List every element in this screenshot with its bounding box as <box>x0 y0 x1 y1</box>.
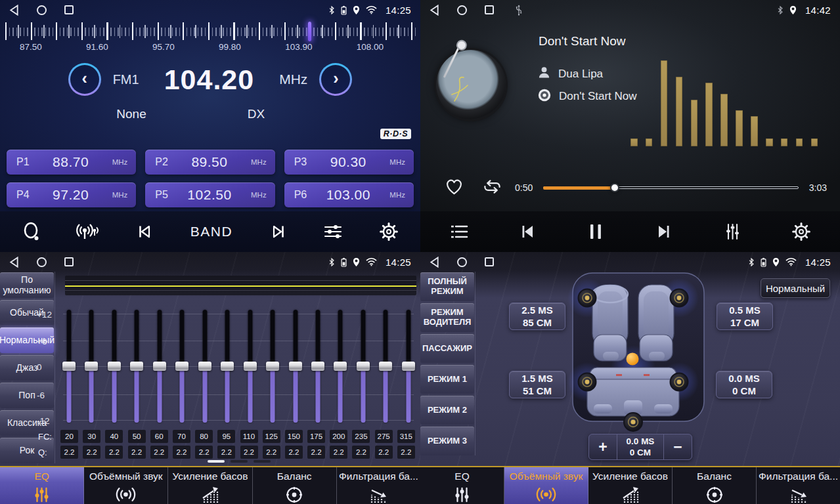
album-art[interactable] <box>436 50 506 119</box>
slider-handle[interactable] <box>198 362 211 371</box>
surround-mode-button[interactable]: РЕЖИМ 3 <box>420 427 474 455</box>
q-values: 2.22.22.22.22.22.22.22.22.22.22.22.22.22… <box>60 446 415 459</box>
surround-mode-button[interactable]: РЕЖИМ 1 <box>420 365 474 394</box>
eq-band-slider[interactable] <box>130 310 143 423</box>
tab-surround-sound[interactable]: Объёмный звук <box>504 467 588 504</box>
playlist-icon[interactable] <box>449 223 469 240</box>
eq-band-slider[interactable] <box>402 310 415 423</box>
player-toolbar <box>420 211 840 252</box>
slider-handle[interactable] <box>402 362 415 371</box>
home-icon[interactable] <box>37 257 47 267</box>
slider-handle[interactable] <box>221 362 234 371</box>
seek-up-button[interactable]: › <box>319 63 352 96</box>
recents-icon[interactable] <box>64 257 74 266</box>
eq-band-slider[interactable] <box>357 310 370 423</box>
frequency-scale[interactable]: 87.5091.6095.7099.80103.90108.00 <box>0 20 420 54</box>
recents-icon[interactable] <box>485 5 494 14</box>
eq-band-slider[interactable] <box>153 310 166 423</box>
previous-station-button[interactable] <box>135 222 155 242</box>
slider-handle[interactable] <box>175 362 188 371</box>
tab-balance[interactable]: Баланс <box>253 467 337 504</box>
delay-front-left-button[interactable]: 2.5 MS 85 CM <box>509 303 565 330</box>
page-dash-active[interactable] <box>208 460 225 463</box>
repeat-icon[interactable] <box>481 177 503 199</box>
back-icon[interactable] <box>430 257 439 268</box>
scan-button[interactable] <box>22 222 41 242</box>
delay-rear-right-button[interactable]: 0.0 MS 0 CM <box>716 371 772 398</box>
seek-down-button[interactable]: ‹ <box>68 63 101 96</box>
favorite-heart-icon[interactable] <box>444 177 464 199</box>
radio-preset-button[interactable]: P5102.50MHz <box>145 182 275 207</box>
surround-mode-button[interactable]: РЕЖИМ ВОДИТЕЛЯ <box>420 303 474 332</box>
increase-delay-button[interactable]: + <box>589 434 617 459</box>
delay-front-right-button[interactable]: 0.5 MS 17 CM <box>717 303 773 330</box>
decrease-delay-button[interactable]: − <box>664 434 692 459</box>
page-dash[interactable] <box>231 460 248 463</box>
slider-handle[interactable] <box>311 362 324 371</box>
radio-preset-button[interactable]: P390.30MHz <box>284 150 414 175</box>
slider-handle[interactable] <box>85 362 98 371</box>
eq-band-slider[interactable] <box>108 310 121 423</box>
surround-mode-button[interactable]: ПАССАЖИР <box>420 334 474 363</box>
surround-mode-button[interactable]: ПОЛНЫЙ РЕЖИМ <box>420 272 474 301</box>
radio-preset-button[interactable]: P188.70MHz <box>7 150 136 175</box>
eq-band-slider[interactable] <box>198 310 211 423</box>
slider-handle[interactable] <box>357 362 370 371</box>
page-dash[interactable] <box>254 460 271 463</box>
tab-filter[interactable]: Фильтрация ба... <box>337 467 420 504</box>
slider-handle[interactable] <box>130 362 143 371</box>
eq-band-slider[interactable] <box>175 310 188 423</box>
radio-preset-button[interactable]: P6103.00MHz <box>284 182 414 207</box>
slider-handle[interactable] <box>334 362 347 371</box>
slider-handle[interactable] <box>289 362 302 371</box>
surround-preset-button[interactable]: Нормальный <box>761 278 830 298</box>
next-track-button[interactable] <box>653 222 673 242</box>
tab-eq-sliders[interactable]: EQ <box>0 467 84 504</box>
settings-gear-icon[interactable] <box>379 222 399 242</box>
settings-gear-icon[interactable] <box>791 222 811 242</box>
previous-track-button[interactable] <box>518 222 538 242</box>
back-icon[interactable] <box>9 257 19 268</box>
tab-eq-sliders[interactable]: EQ <box>420 467 504 504</box>
eq-band-slider[interactable] <box>244 310 257 423</box>
slider-handle[interactable] <box>108 362 121 371</box>
back-icon[interactable] <box>430 5 439 16</box>
broadcast-button[interactable] <box>76 222 100 242</box>
tab-bass-boost[interactable]: Усиление басов <box>168 467 252 504</box>
eq-band-slider[interactable] <box>85 310 98 423</box>
band-label: FM1 <box>113 72 139 87</box>
eq-band-slider[interactable] <box>311 310 324 423</box>
home-icon[interactable] <box>37 5 47 15</box>
eq-band-slider[interactable] <box>221 310 234 423</box>
eq-band-slider[interactable] <box>379 310 392 423</box>
tab-filter[interactable]: Фильтрация ба... <box>757 467 840 504</box>
radio-preset-button[interactable]: P289.50MHz <box>145 150 275 175</box>
tab-surround-sound[interactable]: Объёмный звук <box>84 467 168 504</box>
recents-icon[interactable] <box>485 257 494 266</box>
eq-band-slider[interactable] <box>289 310 302 423</box>
tab-bass-boost[interactable]: Усиление басов <box>588 467 673 504</box>
eq-band-slider[interactable] <box>334 310 347 423</box>
home-icon[interactable] <box>457 257 467 267</box>
pause-button[interactable] <box>587 222 604 242</box>
slider-handle[interactable] <box>153 362 166 371</box>
delay-rear-left-button[interactable]: 1.5 MS 51 CM <box>509 371 565 398</box>
radio-preset-button[interactable]: P497.20MHz <box>7 182 136 207</box>
slider-handle[interactable] <box>379 362 392 371</box>
slider-handle[interactable] <box>244 362 257 371</box>
band-button[interactable]: BAND <box>190 224 232 240</box>
eq-band-slider[interactable] <box>266 310 279 423</box>
equalizer-settings-icon[interactable] <box>722 222 742 242</box>
home-icon[interactable] <box>457 5 467 15</box>
next-station-button[interactable] <box>268 222 288 242</box>
tab-balance[interactable]: Баланс <box>673 467 757 504</box>
surround-mode-button[interactable]: РЕЖИМ 2 <box>420 396 474 425</box>
progress-thumb[interactable] <box>610 183 619 192</box>
equalizer-settings-icon[interactable] <box>322 222 343 242</box>
slider-handle[interactable] <box>266 362 279 371</box>
eq-band-slider[interactable] <box>62 310 76 423</box>
back-icon[interactable] <box>9 5 19 16</box>
slider-handle[interactable] <box>62 362 76 371</box>
progress-bar[interactable] <box>543 183 799 192</box>
recents-icon[interactable] <box>64 5 74 14</box>
